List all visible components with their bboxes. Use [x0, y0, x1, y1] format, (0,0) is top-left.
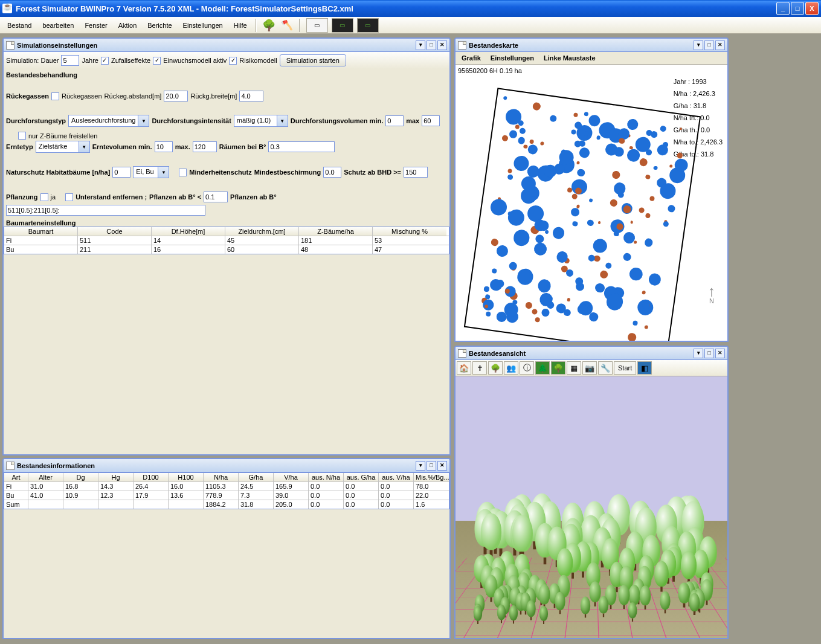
menu-bestand[interactable]: Bestand [2, 19, 36, 31]
unterstand-checkbox[interactable] [65, 193, 73, 201]
grid-header[interactable]: H100 [169, 473, 204, 481]
rueck-abst-input[interactable] [164, 91, 188, 101]
df-vol-max-input[interactable] [422, 115, 440, 126]
df-int-label: Durchforstungsintensität [152, 117, 231, 124]
map-canvas[interactable]: 95650200 6H 0.19 ha Jahr : 1993 N/ha : 2… [456, 65, 727, 341]
ja-checkbox[interactable] [40, 193, 48, 201]
schutz-input[interactable] [404, 167, 428, 178]
grid-header[interactable]: Mischung % [373, 227, 446, 236]
naturschutz-input[interactable] [112, 167, 130, 178]
map-menu-grafik[interactable]: Grafik [459, 53, 483, 63]
table-row[interactable]: Sum1884.231.8205.00.00.00.01.6 [4, 500, 449, 509]
table-row[interactable]: Fi31.016.814.326.416.01105.324.5165.90.0… [4, 482, 449, 491]
view-dark2-button[interactable]: ▭ [357, 18, 379, 33]
tree-icon[interactable]: 🌳 [488, 361, 503, 375]
rueck-breite-input[interactable] [239, 91, 263, 101]
people-icon[interactable]: 👥 [504, 361, 518, 375]
map-menu-einst[interactable]: Einstellungen [488, 53, 536, 63]
tree-icon[interactable]: 🌳 [260, 19, 277, 32]
risiko-checkbox[interactable]: ✓ [229, 57, 237, 65]
panel-sim-titlebar[interactable]: Simulationseinstellungen ▾ □ ✕ [4, 39, 449, 52]
wrench-icon[interactable]: 🔧 [598, 361, 613, 375]
green1-icon[interactable]: 🌲 [535, 361, 550, 375]
grid-header[interactable]: aus. G/ha [344, 473, 379, 481]
grid-header[interactable]: Code [78, 227, 152, 236]
menu-bearbeiten[interactable]: bearbeiten [37, 19, 79, 31]
erntevol-min-input[interactable] [155, 141, 173, 152]
panel-3dview-iconify[interactable]: ▾ [694, 349, 703, 358]
menu-einstellungen[interactable]: Einstellungen [178, 19, 228, 31]
grid-header[interactable]: N/ha [204, 473, 239, 481]
df-int-combo[interactable]: mäßig (1.0)▼ [234, 115, 288, 127]
start-simulation-button[interactable]: Simulation starten [280, 54, 346, 66]
grid-header[interactable]: aus. N/ha [309, 473, 344, 481]
minimize-button[interactable]: _ [776, 2, 790, 15]
close-button[interactable]: X [805, 2, 819, 15]
einwuchs-checkbox[interactable]: ✓ [153, 57, 161, 65]
panel-info-titlebar[interactable]: Bestandesinformationen ▾ □ ✕ [4, 459, 449, 472]
cross-icon[interactable]: ✝ [472, 361, 487, 375]
df-vol-min-input[interactable] [385, 115, 404, 126]
panel-map-iconify[interactable]: ▾ [694, 40, 703, 50]
panel-info-max[interactable]: □ [427, 461, 436, 471]
panel-map-max[interactable]: □ [704, 40, 714, 50]
grid-header[interactable]: Baumart [4, 227, 78, 236]
panel-3dview-close[interactable]: ✕ [715, 349, 725, 358]
panel-info-close[interactable]: ✕ [437, 461, 447, 471]
camera-icon[interactable]: 📷 [582, 361, 597, 375]
panel-3dview-max[interactable]: □ [704, 349, 714, 358]
grid-icon[interactable]: ▦ [567, 361, 581, 375]
panel-sim-max[interactable]: □ [427, 40, 436, 50]
minderheit-checkbox[interactable] [179, 169, 187, 176]
maximize-button[interactable]: □ [791, 2, 804, 15]
panel-3dview-titlebar[interactable]: Bestandesansicht ▾ □ ✕ [456, 347, 727, 360]
grid-header[interactable]: Z-Bäume/ha [299, 227, 373, 236]
menu-berichte[interactable]: Berichte [143, 19, 176, 31]
grid-header[interactable]: Art [4, 473, 28, 481]
pflanzen-ab-input[interactable] [204, 192, 228, 202]
table-row[interactable]: Fi511144518153 [4, 236, 449, 245]
view3d-canvas[interactable] [456, 376, 727, 638]
mindest-input[interactable] [323, 167, 341, 178]
df-typ-combo[interactable]: Auslesedurchforstung▼ [68, 115, 149, 127]
panel-sim-close[interactable]: ✕ [437, 40, 447, 50]
rueckegassen-checkbox[interactable] [51, 92, 59, 100]
grid-header[interactable]: Alter [28, 473, 63, 481]
menu-fenster[interactable]: Fenster [80, 19, 112, 31]
grid-header[interactable]: G/ha [239, 473, 274, 481]
grid-header[interactable]: Mis.%/Bg... [414, 473, 449, 481]
panel-info-iconify[interactable]: ▾ [416, 461, 425, 471]
menu-aktion[interactable]: Aktion [114, 19, 142, 31]
panel-sim-iconify[interactable]: ▾ [416, 40, 425, 50]
grid-header[interactable]: Zieldurchm.[cm] [225, 227, 299, 236]
view-light-button[interactable]: ▭ [306, 18, 328, 33]
grid-header[interactable]: D100 [134, 473, 169, 481]
blue-icon[interactable]: ◧ [637, 361, 652, 375]
grid-header[interactable]: Df.Höhe[m] [152, 227, 225, 236]
view-dark1-button[interactable]: ▭ [332, 18, 353, 33]
green2-icon[interactable]: 🌳 [551, 361, 565, 375]
nurz-checkbox[interactable] [18, 132, 26, 140]
menu-hilfe[interactable]: Hilfe [229, 19, 252, 31]
panel-map-titlebar[interactable]: Bestandeskarte ▾ □ ✕ [456, 39, 727, 52]
eibu-combo[interactable]: Ei, Bu▼ [133, 166, 169, 178]
grid-header[interactable]: aus. V/ha [379, 473, 414, 481]
pflanzcode-input[interactable] [6, 205, 205, 216]
home-icon[interactable]: 🏠 [457, 361, 471, 375]
table-row[interactable]: Bu21116604847 [4, 245, 449, 254]
grid-header[interactable]: V/ha [274, 473, 309, 481]
dauer-input[interactable] [61, 55, 79, 66]
grid-header[interactable]: Hg [98, 473, 134, 481]
info-icon[interactable]: ⓘ [520, 361, 534, 375]
panel-map-close[interactable]: ✕ [715, 40, 725, 50]
mindest-label: Mindestbeschirmung [254, 169, 321, 176]
grid-header[interactable]: Dg [63, 473, 98, 481]
erntevol-max-input[interactable] [193, 141, 217, 152]
map-menu-maus[interactable]: Linke Maustaste [541, 53, 598, 63]
table-row[interactable]: Bu41.010.912.317.913.6778.97.339.00.00.0… [4, 491, 449, 500]
axe-icon[interactable]: 🪓 [278, 19, 295, 32]
start-button[interactable]: Start [614, 361, 636, 375]
raeumen-input[interactable] [268, 141, 335, 152]
erntetyp-combo[interactable]: Zielstärke▼ [36, 141, 90, 153]
zufall-checkbox[interactable]: ✓ [101, 57, 109, 65]
